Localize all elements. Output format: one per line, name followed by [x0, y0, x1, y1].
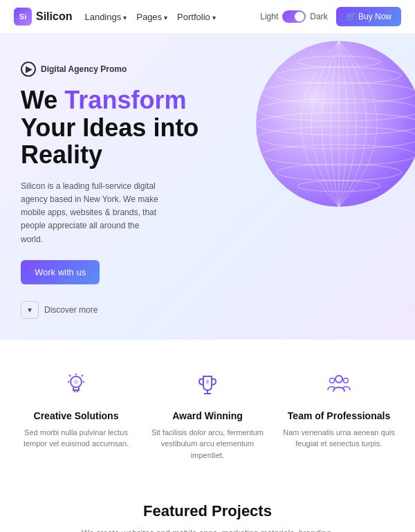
scroll-down-icon: ▾	[21, 301, 39, 319]
feature-award-desc: Sit facilisis dolor arcu, fermentum vest…	[145, 427, 270, 461]
feature-award: Award Winning Sit facilisis dolor arcu, …	[145, 367, 270, 461]
theme-light-label: Light	[260, 12, 278, 21]
projects-section: Featured Projects We create websites and…	[0, 481, 415, 532]
feature-creative-title: Creative Solutions	[14, 410, 138, 421]
svg-point-22	[344, 378, 349, 383]
svg-point-21	[330, 378, 335, 383]
toggle-track[interactable]	[282, 10, 306, 23]
nav-link-landings[interactable]: Landings	[84, 12, 127, 22]
hero-content: ▶ Digital Agency Promo We Transform Your…	[21, 62, 226, 319]
play-icon: ▶	[21, 62, 36, 77]
projects-description: We create websites and mobile apps, mark…	[76, 527, 339, 532]
hero-title: We Transform Your Ideas into Reality	[21, 86, 226, 169]
feature-team: Team of Professionals Nam venenatis urna…	[277, 367, 401, 461]
sphere-lines-svg	[256, 41, 415, 207]
nav-links: Landings Pages Portfolio	[84, 12, 215, 22]
feature-creative-desc: Sed morbi nulla pulvinar lectus tempor v…	[14, 427, 138, 450]
discover-text: Discover more	[44, 305, 98, 315]
svg-point-2	[261, 82, 415, 103]
nav-link-portfolio[interactable]: Portfolio	[177, 12, 216, 22]
hero-sphere	[256, 41, 415, 207]
nav-left: Si Silicon Landings Pages Portfolio	[14, 8, 216, 26]
buy-now-button[interactable]: 🛒 Buy Now	[336, 7, 401, 26]
feature-team-desc: Nam venenatis urna aenean quis feugiat e…	[277, 427, 401, 450]
hero-title-line2: Your Ideas into	[21, 113, 199, 142]
feature-award-title: Award Winning	[145, 410, 270, 421]
svg-point-5	[257, 127, 415, 149]
svg-point-6	[261, 145, 415, 165]
chevron-down-icon	[212, 12, 216, 22]
hero-title-line1: We	[21, 86, 64, 114]
feature-team-title: Team of Professionals	[277, 410, 401, 421]
lightbulb-icon	[59, 367, 93, 402]
svg-point-20	[335, 376, 342, 383]
hero-title-accent: Transform	[64, 86, 186, 114]
theme-toggle[interactable]: Light Dark	[260, 10, 327, 23]
discover-more[interactable]: ▾ Discover more	[21, 301, 226, 319]
team-icon	[322, 367, 356, 402]
chevron-down-icon	[123, 12, 127, 22]
nav-right: Light Dark 🛒 Buy Now	[260, 7, 401, 26]
logo[interactable]: Si Silicon	[14, 8, 72, 26]
feature-creative: Creative Solutions Sed morbi nulla pulvi…	[14, 367, 138, 461]
nav-link-pages[interactable]: Pages	[136, 12, 167, 22]
logo-text: Silicon	[36, 10, 72, 23]
hero-title-line3: Reality	[21, 140, 102, 169]
trophy-icon	[190, 367, 225, 402]
features-section: Creative Solutions Sed morbi nulla pulvi…	[0, 340, 415, 482]
svg-point-17	[74, 380, 78, 384]
toggle-thumb	[295, 12, 304, 21]
work-with-us-button[interactable]: Work with us	[21, 260, 100, 284]
hero-badge: ▶ Digital Agency Promo	[21, 62, 127, 77]
svg-line-13	[69, 375, 71, 376]
chevron-down-icon	[164, 12, 167, 22]
hero-description: Silicon is a leading full-service digita…	[21, 180, 159, 246]
svg-point-4	[256, 113, 415, 135]
sphere-inner	[256, 41, 415, 207]
projects-title: Featured Projects	[14, 502, 401, 520]
svg-point-3	[257, 99, 415, 121]
logo-icon: Si	[14, 8, 32, 26]
svg-line-14	[82, 375, 83, 376]
hero-section: ▶ Digital Agency Promo We Transform Your…	[0, 34, 415, 340]
navbar: Si Silicon Landings Pages Portfolio Ligh…	[0, 0, 415, 34]
hero-badge-text: Digital Agency Promo	[41, 64, 127, 74]
theme-dark-label: Dark	[310, 12, 327, 21]
